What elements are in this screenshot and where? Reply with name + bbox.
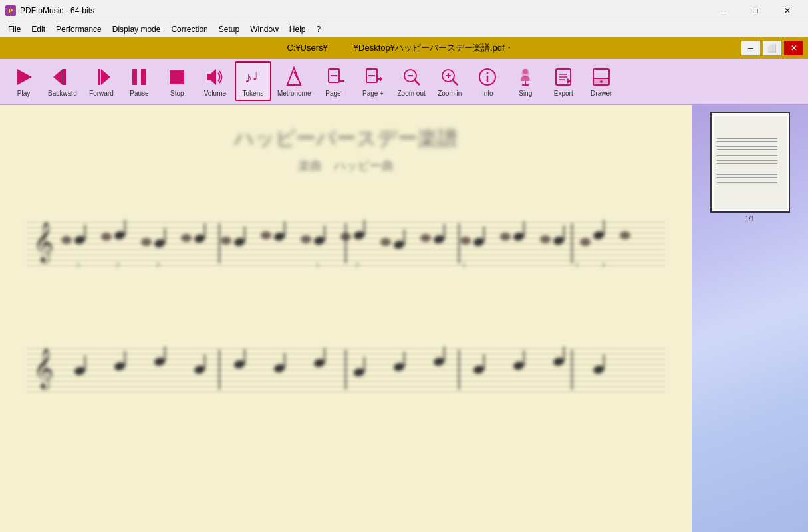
maximize-button[interactable]: □ xyxy=(740,0,771,21)
svg-point-43 xyxy=(600,80,603,83)
svg-point-45 xyxy=(74,235,86,245)
svg-point-108 xyxy=(513,360,525,371)
path-maximize-button[interactable]: ⬜ xyxy=(763,41,781,55)
svg-point-88 xyxy=(114,361,126,372)
tokens-icon: ♪ ♩ xyxy=(241,65,265,89)
tokens-label: Tokens xyxy=(243,90,264,97)
sing-label: Sing xyxy=(519,90,532,97)
zoom-out-icon xyxy=(400,65,424,89)
metronome-icon xyxy=(282,65,306,89)
svg-point-71 xyxy=(593,230,605,241)
svg-point-55 xyxy=(273,231,286,242)
window-controls: ─ □ ✕ xyxy=(708,0,803,21)
stop-button[interactable]: Stop xyxy=(159,62,196,100)
menu-help[interactable]: Help xyxy=(284,23,311,35)
zoom-out-button[interactable]: Zoom out xyxy=(392,62,430,100)
svg-point-102 xyxy=(393,362,406,372)
svg-point-96 xyxy=(273,363,286,374)
stop-label: Stop xyxy=(170,90,184,97)
svg-marker-0 xyxy=(17,69,32,85)
page-thumbnail[interactable] xyxy=(710,112,790,213)
music-row-2: 𝄞 xyxy=(27,340,665,400)
svg-marker-1 xyxy=(53,69,63,85)
page-minus-button[interactable]: Page - xyxy=(317,62,353,100)
svg-text:𝄞: 𝄞 xyxy=(33,348,54,390)
svg-point-69 xyxy=(553,235,565,246)
forward-button[interactable]: Forward xyxy=(83,62,120,100)
svg-point-90 xyxy=(154,356,166,367)
svg-rect-4 xyxy=(98,69,100,85)
svg-point-65 xyxy=(473,237,485,247)
backward-button[interactable]: Backward xyxy=(43,62,82,100)
zoom-in-icon xyxy=(438,65,462,89)
drawer-button[interactable]: Drawer xyxy=(583,62,620,100)
menu-file[interactable]: File xyxy=(3,23,26,35)
metronome-button[interactable]: Metronome xyxy=(273,62,316,100)
score-area[interactable]: ハッピーバースデー楽譜 楽曲 ハッピー曲 𝄞 xyxy=(0,105,692,532)
file-path: C:¥Users¥ ¥Desktop¥ハッピーバースデー楽譜.pdf・ xyxy=(59,42,741,54)
tokens-button[interactable]: ♪ ♩ Tokens xyxy=(235,61,271,101)
svg-point-51 xyxy=(194,233,206,244)
page-plus-icon xyxy=(361,65,385,89)
menu-edit[interactable]: Edit xyxy=(26,23,51,35)
info-icon xyxy=(475,65,499,89)
menu-window[interactable]: Window xyxy=(245,23,284,35)
export-button[interactable]: Export xyxy=(545,62,582,100)
play-button[interactable]: Play xyxy=(5,62,42,100)
menu-setup[interactable]: Setup xyxy=(213,23,245,35)
metronome-label: Metronome xyxy=(277,90,311,97)
notation-blur-1: 𝄞 xyxy=(27,217,665,270)
close-button[interactable]: ✕ xyxy=(772,0,803,21)
svg-point-32 xyxy=(523,69,528,74)
app-title: PDFtoMusic - 64-bits xyxy=(20,6,94,15)
page-minus-label: Page - xyxy=(325,90,344,97)
svg-text:2: 2 xyxy=(602,261,605,268)
svg-point-13 xyxy=(293,84,295,86)
svg-text:𝄞: 𝄞 xyxy=(33,222,54,264)
forward-icon xyxy=(89,65,113,89)
score-title-section: ハッピーバースデー楽譜 楽曲 ハッピー曲 xyxy=(27,125,665,174)
svg-marker-8 xyxy=(207,69,216,85)
svg-point-110 xyxy=(553,356,565,367)
svg-rect-6 xyxy=(141,69,146,85)
sing-button[interactable]: Sing xyxy=(507,62,544,100)
svg-text:3: 3 xyxy=(156,261,160,268)
pause-button[interactable]: Pause xyxy=(121,62,158,100)
path-close-button[interactable]: ✕ xyxy=(784,41,803,55)
score-subtitle-text: 楽曲 ハッピー曲 xyxy=(27,158,665,174)
svg-marker-11 xyxy=(287,68,301,85)
svg-point-98 xyxy=(313,358,326,368)
svg-point-112 xyxy=(593,364,605,375)
volume-button[interactable]: Volume xyxy=(197,62,233,100)
volume-icon xyxy=(203,65,227,89)
drawer-icon xyxy=(589,65,613,89)
info-button[interactable]: Info xyxy=(470,62,506,100)
svg-point-86 xyxy=(74,366,86,376)
svg-point-104 xyxy=(433,356,446,367)
drawer-label: Drawer xyxy=(591,90,612,97)
menu-bar: File Edit Performance Display mode Corre… xyxy=(0,21,808,37)
svg-text:1: 1 xyxy=(575,261,579,268)
zoom-in-button[interactable]: Zoom in xyxy=(432,62,468,100)
music-row-1: 𝄞 xyxy=(27,213,665,273)
svg-text:♩: ♩ xyxy=(253,70,258,82)
sing-icon xyxy=(513,65,537,89)
svg-point-92 xyxy=(194,364,206,375)
svg-rect-5 xyxy=(132,69,137,85)
path-minimize-button[interactable]: ─ xyxy=(741,41,760,55)
menu-question[interactable]: ? xyxy=(311,23,327,35)
volume-label: Volume xyxy=(204,90,226,97)
export-icon xyxy=(551,65,575,89)
svg-text:1: 1 xyxy=(316,261,319,268)
svg-line-23 xyxy=(415,80,420,85)
zoom-out-label: Zoom out xyxy=(397,90,425,97)
svg-point-67 xyxy=(513,231,525,242)
pause-icon xyxy=(127,65,151,89)
menu-display-mode[interactable]: Display mode xyxy=(107,23,166,35)
minimize-button[interactable]: ─ xyxy=(708,0,739,21)
svg-rect-7 xyxy=(170,70,184,84)
page-plus-button[interactable]: Page + xyxy=(354,62,391,100)
svg-point-100 xyxy=(353,367,366,378)
menu-correction[interactable]: Correction xyxy=(166,23,213,35)
menu-performance[interactable]: Performance xyxy=(51,23,107,35)
